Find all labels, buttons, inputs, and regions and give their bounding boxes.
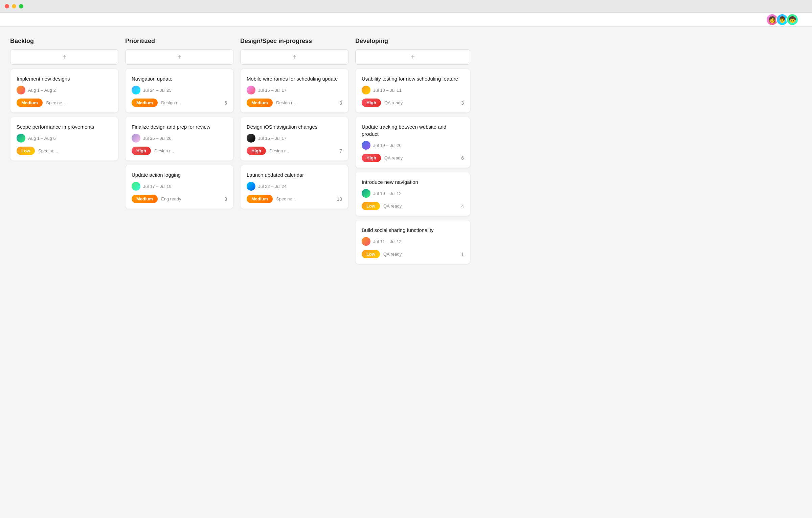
card-footer: MediumDesign r...3 [247, 99, 342, 107]
card-prioritized-2[interactable]: Update action loggingJul 17 – Jul 19Medi… [125, 165, 233, 209]
card-design-spec-0[interactable]: Mobile wireframes for scheduling updateJ… [240, 69, 348, 113]
card-meta: Jul 15 – Jul 17 [247, 134, 342, 143]
card-developing-1[interactable]: Update tracking between website and prod… [355, 117, 470, 168]
card-footer: HighQA ready6 [362, 154, 464, 162]
card-footer: LowQA ready1 [362, 250, 464, 258]
card-avatar [362, 141, 370, 150]
card-count: 5 [224, 100, 227, 106]
card-date: Jul 11 – Jul 12 [373, 239, 402, 244]
priority-badge: High [362, 154, 381, 162]
card-status: Design r... [161, 100, 181, 105]
card-avatar [247, 182, 255, 191]
card-design-spec-2[interactable]: Launch updated calendarJul 22 – Jul 24Me… [240, 165, 348, 209]
card-count: 3 [224, 196, 227, 202]
card-avatar [132, 182, 140, 191]
card-avatar [362, 86, 370, 94]
card-footer: LowSpec ne... [17, 147, 112, 155]
card-backlog-1[interactable]: Scope performance improvementsAug 1 – Au… [10, 117, 118, 161]
card-status: QA ready [383, 203, 402, 209]
card-meta: Jul 10 – Jul 12 [362, 189, 464, 198]
card-date: Jul 22 – Jul 24 [258, 184, 287, 189]
add-card-button-prioritized[interactable]: + [125, 49, 233, 65]
add-card-button-developing[interactable]: + [355, 49, 470, 65]
card-meta: Jul 10 – Jul 11 [362, 86, 464, 94]
card-prioritized-0[interactable]: Navigation updateJul 24 – Jul 25MediumDe… [125, 69, 233, 113]
maximize-dot[interactable] [19, 4, 23, 8]
card-developing-0[interactable]: Usability testing for new scheduling fea… [355, 69, 470, 113]
column-prioritized: Prioritized+Navigation updateJul 24 – Ju… [125, 38, 233, 268]
card-meta: Jul 24 – Jul 25 [132, 86, 227, 94]
card-footer: HighQA ready3 [362, 99, 464, 107]
card-status: QA ready [384, 155, 403, 160]
card-status: Spec ne... [276, 196, 296, 201]
card-meta: Jul 17 – Jul 19 [132, 182, 227, 191]
card-prioritized-1[interactable]: Finalize design and prep for reviewJul 2… [125, 117, 233, 161]
card-meta: Jul 11 – Jul 12 [362, 237, 464, 246]
card-count: 7 [339, 148, 342, 154]
card-title: Usability testing for new scheduling fea… [362, 75, 464, 82]
column-header-prioritized: Prioritized [125, 38, 233, 45]
column-header-backlog: Backlog [10, 38, 118, 45]
card-date: Jul 15 – Jul 17 [258, 88, 287, 93]
card-title: Navigation update [132, 75, 227, 82]
priority-badge: Medium [247, 99, 273, 107]
minimize-dot[interactable] [12, 4, 16, 8]
card-meta: Aug 1 – Aug 6 [17, 134, 112, 143]
card-title: Update action logging [132, 171, 227, 178]
priority-badge: Medium [247, 195, 273, 203]
card-footer: MediumSpec ne...10 [247, 195, 342, 203]
card-title: Scope performance improvements [17, 123, 112, 130]
card-avatar [362, 237, 370, 246]
priority-badge: High [132, 147, 151, 155]
priority-badge: Low [17, 147, 35, 155]
card-date: Jul 25 – Jul 26 [143, 136, 172, 141]
add-card-button-design-spec[interactable]: + [240, 49, 348, 65]
column-header-developing: Developing [355, 38, 470, 45]
card-status: Spec ne... [38, 148, 58, 153]
card-title: Introduce new navigation [362, 178, 464, 186]
column-header-design-spec: Design/Spec in-progress [240, 38, 348, 45]
card-avatar [17, 134, 25, 143]
card-count: 10 [337, 196, 342, 202]
card-footer: MediumEng ready3 [132, 195, 227, 203]
card-title: Implement new designs [17, 75, 112, 82]
priority-badge: Medium [132, 99, 158, 107]
card-date: Aug 1 – Aug 2 [28, 88, 56, 93]
card-title: Mobile wireframes for scheduling update [247, 75, 342, 82]
card-avatar [132, 134, 140, 143]
card-footer: HighDesign r...7 [247, 147, 342, 155]
card-title: Design iOS navigation changes [247, 123, 342, 130]
card-meta: Jul 25 – Jul 26 [132, 134, 227, 143]
card-status: Design r... [269, 148, 289, 153]
card-title: Launch updated calendar [247, 171, 342, 178]
card-meta: Jul 22 – Jul 24 [247, 182, 342, 191]
card-avatar [247, 86, 255, 94]
card-date: Aug 1 – Aug 6 [28, 136, 56, 141]
card-status: QA ready [383, 252, 402, 257]
add-card-button-backlog[interactable]: + [10, 49, 118, 65]
priority-badge: Medium [17, 99, 43, 107]
card-developing-3[interactable]: Build social sharing functionalityJul 11… [355, 220, 470, 264]
user-avatar-3[interactable]: 🧒 [786, 14, 798, 26]
card-date: Jul 10 – Jul 11 [373, 88, 402, 93]
close-dot[interactable] [5, 4, 9, 8]
user-avatars: 🧑 👨 🧒 [766, 14, 798, 26]
card-count: 6 [461, 155, 464, 161]
card-avatar [247, 134, 255, 143]
priority-badge: High [362, 99, 381, 107]
card-status: Spec ne... [46, 100, 66, 105]
card-count: 3 [461, 100, 464, 106]
card-backlog-0[interactable]: Implement new designsAug 1 – Aug 2Medium… [10, 69, 118, 113]
card-design-spec-1[interactable]: Design iOS navigation changesJul 15 – Ju… [240, 117, 348, 161]
card-developing-2[interactable]: Introduce new navigationJul 10 – Jul 12L… [355, 172, 470, 216]
priority-badge: Low [362, 202, 380, 210]
kanban-board: Backlog+Implement new designsAug 1 – Aug… [0, 27, 812, 279]
card-avatar [132, 86, 140, 94]
column-backlog: Backlog+Implement new designsAug 1 – Aug… [10, 38, 118, 268]
card-date: Jul 17 – Jul 19 [143, 184, 172, 189]
app: 🧑 👨 🧒 Backlog+Implement new designsAug 1… [0, 13, 812, 518]
card-avatar [17, 86, 25, 94]
card-status: Design r... [154, 148, 174, 153]
titlebar [0, 0, 812, 13]
card-title: Build social sharing functionality [362, 226, 464, 234]
